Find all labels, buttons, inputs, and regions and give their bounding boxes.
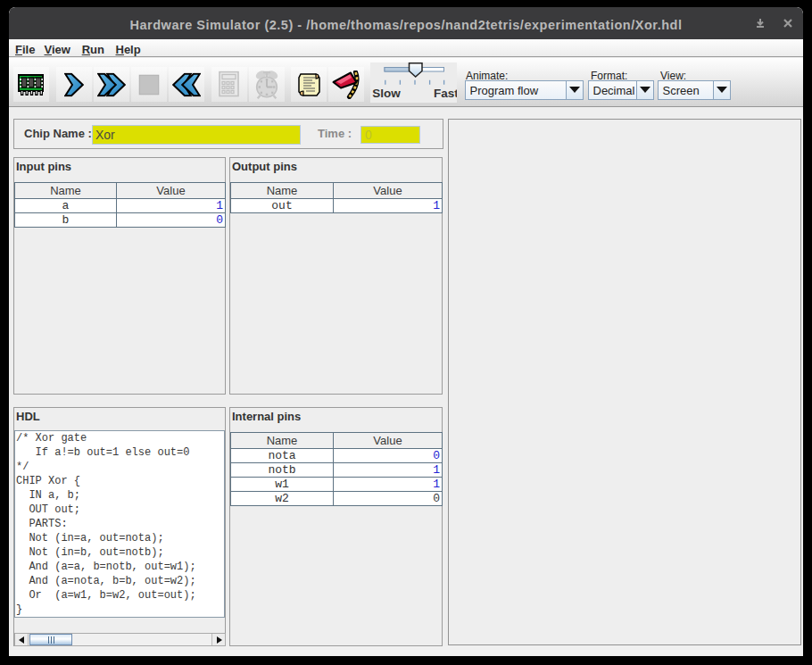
svg-text:Fast: Fast (434, 87, 457, 100)
svg-text:Slow: Slow (372, 87, 401, 100)
